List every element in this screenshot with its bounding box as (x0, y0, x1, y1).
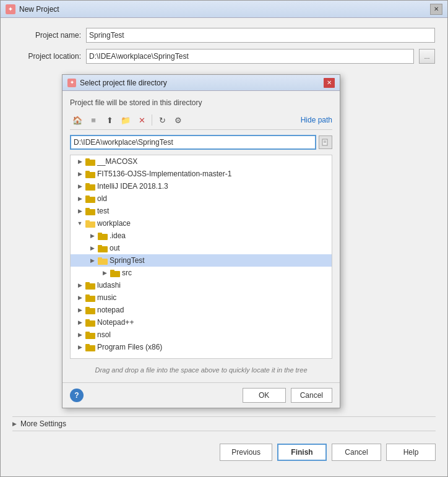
delete-button[interactable]: ✕ (134, 113, 149, 127)
svg-rect-12 (85, 209, 95, 215)
tree-toggle[interactable]: ▶ (75, 307, 84, 313)
tree-toggle[interactable]: ▶ (88, 233, 97, 239)
path-input-row (70, 135, 332, 150)
tree-toggle[interactable]: ▶ (75, 332, 84, 338)
tree-item[interactable]: ▶music (71, 291, 332, 304)
tree-item-label: src (122, 269, 132, 277)
divider-top (12, 416, 436, 417)
tree-item[interactable]: ▶test (71, 205, 332, 217)
tree-toggle[interactable]: ▼ (75, 220, 84, 226)
svg-rect-6 (85, 172, 95, 178)
tree-item-label: Program Files (x86) (97, 343, 162, 351)
previous-button[interactable]: Previous (220, 444, 272, 461)
svg-rect-10 (85, 197, 95, 203)
tree-toggle[interactable]: ▶ (75, 183, 84, 189)
folder-icon (85, 207, 95, 215)
tree-toggle[interactable]: ▶ (75, 158, 84, 165)
hide-path-link[interactable]: Hide path (301, 116, 332, 124)
tree-item[interactable]: ▶src (71, 267, 332, 279)
tree-toggle[interactable]: ▶ (75, 344, 84, 350)
tree-toggle[interactable]: ▶ (75, 208, 84, 214)
app-icon: ✦ (6, 4, 15, 14)
tree-item[interactable]: ▶ludashi (71, 279, 332, 291)
tree-toggle[interactable]: ▶ (75, 319, 84, 325)
tree-item[interactable]: ▶Notepad++ (71, 316, 332, 329)
tree-item-label: test (97, 207, 109, 215)
svg-rect-26 (85, 296, 95, 302)
help-footer-button[interactable]: Help (386, 444, 436, 461)
tree-item[interactable]: ▶Program Files (x86) (71, 341, 332, 353)
toolbar-separator (152, 114, 152, 126)
main-window: ✦ New Project ✕ Project name: Project lo… (0, 0, 448, 477)
modal-title-bar: ✦ Select project file directory ✕ (62, 75, 340, 91)
tree-item-label: SpringTest (110, 256, 145, 265)
tree-item-label: notepad (97, 306, 124, 314)
tree-toggle[interactable]: ▶ (75, 196, 84, 202)
folder-icon (98, 257, 108, 265)
folder-icon (85, 195, 95, 203)
project-name-input[interactable] (86, 28, 435, 43)
folder-icon (85, 281, 95, 290)
drag-hint: Drag and drop a file into the space abov… (70, 364, 332, 376)
folder-icon (85, 306, 95, 314)
tree-toggle[interactable]: ▶ (88, 245, 97, 251)
project-location-input[interactable] (86, 49, 414, 64)
tree-item-label: workplace (97, 219, 131, 228)
tree-item[interactable]: ▶.idea (71, 230, 332, 242)
more-settings-row[interactable]: ▶ More Settings (12, 419, 436, 428)
project-name-label: Project name: (13, 31, 81, 40)
list-view-button[interactable]: ≡ (86, 113, 101, 127)
tree-item-label: Notepad++ (97, 318, 134, 327)
home-button[interactable]: 🏠 (70, 113, 85, 127)
path-clear-button[interactable] (319, 135, 332, 149)
tree-item[interactable]: ▶nsol (71, 329, 332, 341)
svg-rect-14 (85, 221, 95, 228)
settings-button[interactable]: ⚙ (171, 113, 186, 127)
tree-toggle[interactable]: ▶ (100, 270, 109, 276)
tree-toggle[interactable]: ▶ (75, 294, 84, 301)
svg-rect-4 (85, 160, 95, 166)
parent-folder-button[interactable]: ⬆ (102, 113, 117, 127)
refresh-button[interactable]: ↻ (155, 113, 170, 127)
svg-rect-8 (85, 184, 95, 191)
svg-rect-18 (98, 246, 108, 252)
tree-item[interactable]: ▼workplace (71, 217, 332, 230)
tree-item-label: old (97, 194, 107, 203)
tree-toggle[interactable]: ▶ (75, 282, 84, 288)
footer-buttons: Previous Finish Cancel Help (0, 439, 448, 471)
tree-item[interactable]: ▶notepad (71, 304, 332, 316)
tree-toggle[interactable]: ▶ (75, 171, 84, 177)
ok-button[interactable]: OK (243, 388, 286, 403)
tree-item[interactable]: ▶SpringTest (71, 254, 332, 267)
tree-item[interactable]: ▶__MACOSX (71, 155, 332, 168)
modal-body: Project file will be stored in this dire… (62, 91, 340, 382)
help-button[interactable]: ? (70, 389, 84, 402)
path-input[interactable] (70, 135, 316, 150)
modal-close-button[interactable]: ✕ (324, 78, 335, 88)
modal-dialog: ✦ Select project file directory ✕ Projec… (62, 74, 340, 408)
browse-button[interactable]: ... (419, 49, 435, 64)
tree-item[interactable]: ▶out (71, 242, 332, 254)
tree-item-label: .idea (110, 231, 126, 240)
modal-icon: ✦ (67, 79, 76, 87)
file-toolbar: 🏠 ≡ ⬆ 📁 ✕ ↻ ⚙ Hide path (70, 113, 332, 130)
folder-icon (85, 158, 95, 166)
close-button[interactable]: ✕ (430, 4, 442, 15)
file-icon (322, 139, 329, 146)
cancel-button[interactable]: Cancel (332, 444, 381, 461)
folder-icon (110, 269, 120, 277)
tree-item[interactable]: ▶IntelliJ IDEA 2018.1.3 (71, 180, 332, 192)
folder-icon (98, 232, 108, 240)
modal-cancel-button[interactable]: Cancel (291, 388, 332, 403)
svg-rect-28 (85, 308, 95, 314)
tree-item[interactable]: ▶FIT5136-OJSS-Implementation-master-1 (71, 168, 332, 180)
tree-item[interactable]: ▶old (71, 192, 332, 205)
modal-title: Select project file directory (80, 79, 324, 87)
folder-icon (85, 170, 95, 178)
svg-rect-16 (98, 234, 108, 240)
tree-toggle[interactable]: ▶ (88, 257, 97, 264)
finish-button[interactable]: Finish (277, 444, 327, 461)
new-folder-button[interactable]: 📁 (118, 113, 133, 127)
file-tree[interactable]: ▶__MACOSX▶FIT5136-OJSS-Implementation-ma… (70, 155, 332, 359)
project-name-row: Project name: (13, 28, 435, 43)
